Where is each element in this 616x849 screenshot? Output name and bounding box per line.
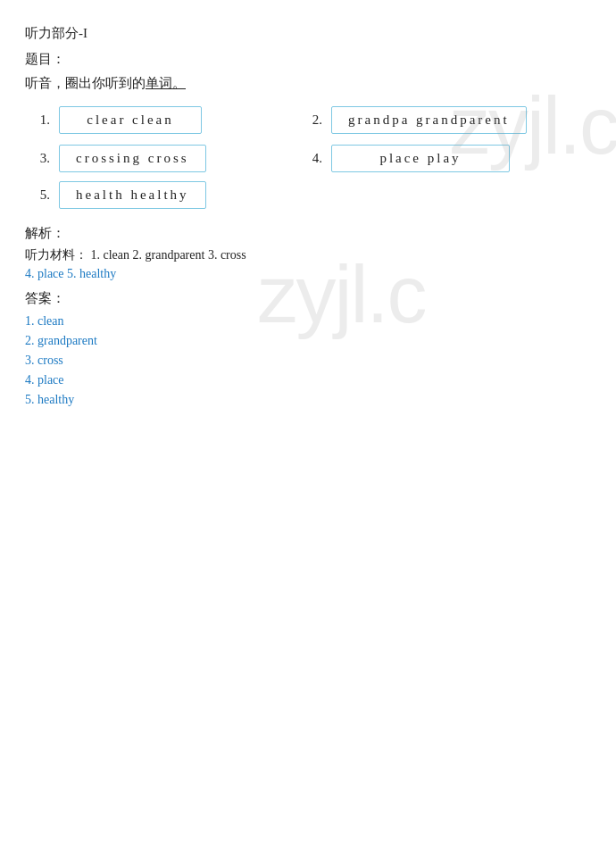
answer-num-5: 5. bbox=[25, 393, 35, 406]
word-box-5: health healthy bbox=[59, 181, 206, 209]
answer-num-2: 2. bbox=[25, 334, 35, 347]
item-num-1: 1. bbox=[25, 112, 50, 128]
word-box-2: grandpa grandparent bbox=[331, 106, 527, 134]
answer-val-2: grandparent bbox=[37, 334, 97, 347]
item-num-2: 2. bbox=[297, 112, 322, 128]
answer-num-3: 3. bbox=[25, 354, 35, 367]
word-row-2: 2. grandpa grandparent bbox=[297, 106, 561, 134]
answer-item-3: 3. cross bbox=[25, 354, 591, 368]
answer-num-4: 4. bbox=[25, 373, 35, 387]
listening-content: 1. clean 2. grandparent 3. cross bbox=[91, 248, 246, 262]
answer-item-1: 1. clean bbox=[25, 314, 591, 329]
answer-item-5: 5. healthy bbox=[25, 393, 591, 407]
section-title: 听力部分-I bbox=[25, 25, 591, 42]
listening-label: 听力材料： bbox=[25, 248, 87, 262]
answer-num-1: 1. bbox=[25, 314, 35, 328]
word-row-3: 3. crossing cross bbox=[25, 145, 288, 172]
word-box-3: crossing cross bbox=[59, 145, 206, 172]
word-row-1: 1. clear clean bbox=[25, 106, 288, 134]
word-row-5: 5. health healthy bbox=[25, 181, 591, 209]
listening-material: 听力材料： 1. clean 2. grandparent 3. cross bbox=[25, 247, 591, 263]
page: zyjl.cr 听力部分-I 题目： 听音，圈出你听到的单词。 1. clear… bbox=[0, 0, 616, 430]
answer-item-2: 2. grandparent bbox=[25, 334, 591, 348]
word-box-4: place play bbox=[331, 145, 510, 172]
item-num-3: 3. bbox=[25, 151, 50, 166]
item-num-4: 4. bbox=[297, 151, 322, 166]
answers-title: 答案： bbox=[25, 290, 591, 307]
instruction-underline: 单词。 bbox=[146, 76, 186, 90]
analysis-title: 解析： bbox=[25, 225, 591, 242]
instruction: 听音，圈出你听到的单词。 bbox=[25, 75, 591, 92]
answer-val-3: cross bbox=[37, 354, 63, 367]
answer-val-5: healthy bbox=[37, 393, 74, 406]
word-box-1: clear clean bbox=[59, 106, 202, 134]
tiji-label: 题目： bbox=[25, 51, 591, 68]
answers-list: 1. clean 2. grandparent 3. cross 4. plac… bbox=[25, 314, 591, 407]
answer-item-4: 4. place bbox=[25, 373, 591, 387]
item-num-5: 5. bbox=[25, 187, 50, 203]
answer-val-4: place bbox=[37, 373, 64, 387]
word-grid: 1. clear clean 2. grandpa grandparent 3.… bbox=[25, 106, 561, 172]
answer-val-1: clean bbox=[37, 314, 64, 328]
listening-line2: 4. place 5. healthy bbox=[25, 267, 591, 281]
analysis-block: 解析： 听力材料： 1. clean 2. grandparent 3. cro… bbox=[25, 225, 591, 407]
word-row-4: 4. place play bbox=[297, 145, 561, 172]
